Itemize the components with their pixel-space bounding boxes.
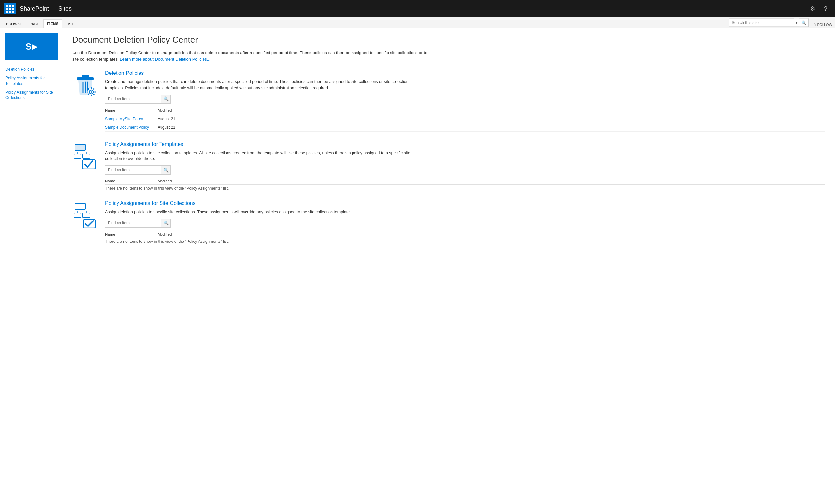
policy-site-collections-search-btn[interactable]: 🔍: [161, 219, 170, 227]
svg-rect-19: [74, 154, 81, 159]
col-name-2: Name: [105, 178, 158, 184]
col-modified-3: Modified: [158, 231, 172, 237]
page-description: Use the Document Deletion Policy Center …: [72, 49, 433, 62]
col-modified-1: Modified: [158, 107, 172, 113]
search-site-button[interactable]: 🔍: [799, 18, 809, 26]
help-icon[interactable]: ?: [820, 3, 831, 14]
col-modified-2: Modified: [158, 178, 172, 184]
section-policy-site-collections: Policy Assignments for Site Collections …: [72, 201, 825, 244]
policy-templates-body: Policy Assignments for Templates Assign …: [105, 142, 825, 191]
deletion-policies-search[interactable]: [105, 96, 161, 103]
policy-name-0[interactable]: Sample MySite Policy: [105, 115, 158, 123]
policy-site-collections-body: Policy Assignments for Site Collections …: [105, 201, 825, 244]
sp-logo: S ▶: [5, 34, 58, 60]
policy-templates-icon: [72, 143, 99, 170]
deletion-policies-search-btn[interactable]: 🔍: [161, 95, 170, 103]
svg-point-7: [90, 91, 92, 92]
svg-rect-9: [91, 95, 92, 97]
policy-templates-search-btn[interactable]: 🔍: [161, 166, 170, 174]
suite-name: Sites: [58, 5, 72, 12]
learn-more-link[interactable]: Learn more about Document Deletion Polic…: [120, 57, 210, 62]
svg-rect-8: [91, 87, 92, 89]
gear-icon[interactable]: ⚙: [808, 3, 818, 14]
policy-site-collections-title[interactable]: Policy Assignments for Site Collections: [105, 201, 825, 206]
search-site-input[interactable]: [729, 19, 794, 26]
section-policy-templates: Policy Assignments for Templates Assign …: [72, 142, 825, 191]
tab-items[interactable]: ITEMS: [43, 19, 62, 28]
policy-site-collections-desc: Assign deletion policies to specific sit…: [105, 209, 427, 215]
tab-browse[interactable]: BROWSE: [3, 20, 26, 28]
policy-mod-1: August 21: [158, 123, 175, 131]
sidebar-item-policy-site-collections[interactable]: Policy Assignments for Site Collections: [0, 88, 62, 102]
policy-templates-list-header: Name Modified: [105, 178, 825, 185]
svg-rect-16: [75, 144, 85, 150]
policy-site-collections-search[interactable]: [105, 219, 161, 227]
tab-list[interactable]: LIST: [62, 20, 77, 28]
policy-site-collections-icon: [72, 202, 99, 229]
deletion-policies-list-header: Name Modified: [105, 107, 825, 114]
table-row: Sample Document Policy August 21: [105, 123, 825, 131]
follow-label: FOLLOW: [817, 23, 832, 26]
star-icon: ☆: [813, 22, 816, 26]
main-content: Document Deletion Policy Center Use the …: [62, 28, 835, 504]
sidebar-item-deletion-policies[interactable]: Deletion Policies: [0, 65, 62, 74]
sidebar: S ▶ Deletion Policies Policy Assignments…: [0, 28, 62, 504]
svg-rect-10: [87, 91, 88, 92]
policy-mod-0: August 21: [158, 115, 175, 123]
policy-site-collections-no-items: There are no items to show in this view …: [105, 239, 825, 244]
policy-templates-search-box: 🔍: [105, 165, 171, 174]
brand-name: SharePoint: [20, 5, 54, 12]
search-dropdown-icon[interactable]: ▾: [794, 19, 799, 26]
svg-rect-20: [83, 154, 90, 159]
deletion-policies-icon: [72, 71, 99, 99]
svg-rect-30: [83, 213, 90, 217]
svg-rect-1: [82, 75, 89, 78]
table-row: Sample MySite Policy August 21: [105, 115, 825, 123]
deletion-policies-search-box: 🔍: [105, 94, 171, 104]
policy-templates-search[interactable]: [105, 166, 161, 173]
sidebar-item-policy-templates[interactable]: Policy Assignments for Templates: [0, 74, 62, 88]
policy-site-collections-list-header: Name Modified: [105, 231, 825, 238]
policy-templates-desc: Assign deletion policies to site collect…: [105, 150, 427, 163]
svg-rect-29: [74, 213, 81, 217]
col-name-3: Name: [105, 231, 158, 237]
tab-page[interactable]: PAGE: [26, 20, 43, 28]
policy-site-collections-search-box: 🔍: [105, 218, 171, 228]
sidebar-nav: Deletion Policies Policy Assignments for…: [0, 65, 62, 102]
svg-rect-11: [94, 91, 96, 92]
policy-templates-title[interactable]: Policy Assignments for Templates: [105, 142, 825, 147]
section-deletion-policies: Deletion Policies Create and manage dele…: [72, 70, 825, 131]
policy-name-1[interactable]: Sample Document Policy: [105, 123, 158, 131]
follow-button[interactable]: ☆ FOLLOW: [813, 22, 832, 26]
col-name-1: Name: [105, 107, 158, 113]
policy-templates-no-items: There are no items to show in this view …: [105, 186, 825, 191]
waffle-menu[interactable]: [4, 3, 16, 15]
page-title: Document Deletion Policy Center: [72, 35, 825, 45]
deletion-policies-desc: Create and manage deletion policies that…: [105, 79, 427, 91]
deletion-policies-title[interactable]: Deletion Policies: [105, 70, 825, 76]
svg-rect-27: [75, 204, 85, 209]
deletion-policies-body: Deletion Policies Create and manage dele…: [105, 70, 825, 131]
